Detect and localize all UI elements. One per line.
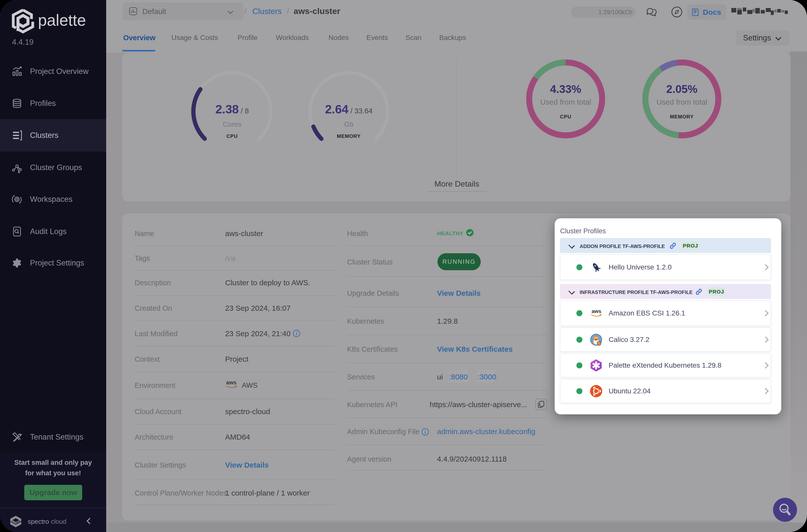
svg-text:aws: aws (226, 379, 237, 386)
svg-text:aws: aws (592, 308, 601, 314)
